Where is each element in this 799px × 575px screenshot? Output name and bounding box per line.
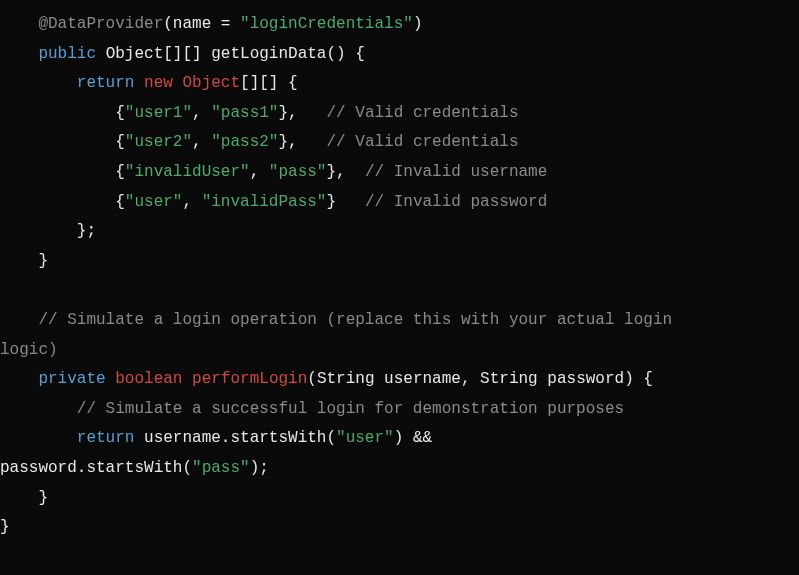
token-punct: } — [0, 518, 10, 536]
token-comment: // Invalid password — [365, 193, 547, 211]
token-punct: { — [115, 104, 125, 122]
token-string: "user" — [336, 429, 394, 447]
token-string: "pass2" — [211, 133, 278, 151]
token-punct — [96, 45, 106, 63]
token-punct: } — [38, 489, 48, 507]
token-keyword: public — [38, 45, 96, 63]
code-line: {"user2", "pass2"}, // Valid credentials — [0, 128, 799, 158]
code-line: @DataProvider(name = "loginCredentials") — [0, 10, 799, 40]
token-comment: logic) — [0, 341, 58, 359]
token-punct: }, — [278, 104, 326, 122]
code-line: return username.startsWith("user") && — [0, 424, 799, 454]
code-line: {"user", "invalidPass"} // Invalid passw… — [0, 188, 799, 218]
token-identifier: password.startsWith( — [0, 459, 192, 477]
token-identifier: username.startsWith( — [134, 429, 336, 447]
token-comment: // Valid credentials — [326, 104, 518, 122]
code-line: logic) — [0, 336, 799, 366]
token-type-red: Object — [182, 74, 240, 92]
token-comment: // Valid credentials — [326, 133, 518, 151]
token-keyword-red: new — [144, 74, 173, 92]
code-line: } — [0, 247, 799, 277]
token-punct: , — [250, 163, 269, 181]
token-comment: // Simulate a successful login for demon… — [77, 400, 624, 418]
token-string: "user1" — [125, 104, 192, 122]
indent — [0, 133, 115, 151]
token-annotation: @DataProvider — [38, 15, 163, 33]
token-string: "invalidPass" — [202, 193, 327, 211]
indent — [0, 252, 38, 270]
indent — [0, 222, 77, 240]
indent — [0, 193, 115, 211]
token-string: "loginCredentials" — [240, 15, 413, 33]
code-line: {"invalidUser", "pass"}, // Invalid user… — [0, 158, 799, 188]
token-string: "pass1" — [211, 104, 278, 122]
token-punct: }; — [77, 222, 96, 240]
indent — [0, 400, 77, 418]
indent — [0, 74, 77, 92]
code-line: private boolean performLogin(String user… — [0, 365, 799, 395]
token-comment: // Simulate a login operation (replace t… — [38, 311, 681, 329]
token-string: "invalidUser" — [125, 163, 250, 181]
code-line: }; — [0, 217, 799, 247]
token-punct: { — [115, 193, 125, 211]
indent — [0, 104, 115, 122]
code-block: @DataProvider(name = "loginCredentials")… — [0, 10, 799, 543]
token-punct — [0, 281, 10, 299]
token-punct — [173, 74, 183, 92]
token-identifier: Object[][] getLoginData() { — [106, 45, 365, 63]
code-line — [0, 276, 799, 306]
token-comment: // Invalid username — [365, 163, 547, 181]
indent — [0, 45, 38, 63]
token-string: "pass" — [269, 163, 327, 181]
code-line: } — [0, 513, 799, 543]
token-keyword: private — [38, 370, 105, 388]
indent — [0, 489, 38, 507]
indent — [0, 311, 38, 329]
token-punct — [106, 370, 116, 388]
code-line: public Object[][] getLoginData() { — [0, 40, 799, 70]
indent — [0, 15, 38, 33]
code-line: return new Object[][] { — [0, 69, 799, 99]
token-punct: }, — [326, 163, 364, 181]
token-keyword: return — [77, 429, 135, 447]
token-punct: , — [192, 133, 211, 151]
token-punct — [134, 74, 144, 92]
token-identifier: (String username, String password) { — [307, 370, 653, 388]
code-line: } — [0, 484, 799, 514]
token-punct: , — [192, 104, 211, 122]
indent — [0, 163, 115, 181]
token-punct: } — [38, 252, 48, 270]
token-string: "user" — [125, 193, 183, 211]
token-punct: , — [182, 193, 201, 211]
token-keyword-red: boolean — [115, 370, 182, 388]
token-identifier: ); — [250, 459, 269, 477]
token-punct: (name = — [163, 15, 240, 33]
code-line: password.startsWith("pass"); — [0, 454, 799, 484]
code-line: // Simulate a login operation (replace t… — [0, 306, 799, 336]
token-punct: { — [115, 163, 125, 181]
token-punct: }, — [278, 133, 326, 151]
token-keyword: return — [77, 74, 135, 92]
token-string: "user2" — [125, 133, 192, 151]
indent — [0, 429, 77, 447]
token-punct: } — [326, 193, 364, 211]
token-punct: { — [115, 133, 125, 151]
code-line: {"user1", "pass1"}, // Valid credentials — [0, 99, 799, 129]
token-punct: ) — [413, 15, 423, 33]
indent — [0, 370, 38, 388]
token-punct — [182, 370, 192, 388]
token-method-red: performLogin — [192, 370, 307, 388]
code-line: // Simulate a successful login for demon… — [0, 395, 799, 425]
token-identifier: ) && — [394, 429, 442, 447]
token-identifier: [][] { — [240, 74, 298, 92]
token-string: "pass" — [192, 459, 250, 477]
